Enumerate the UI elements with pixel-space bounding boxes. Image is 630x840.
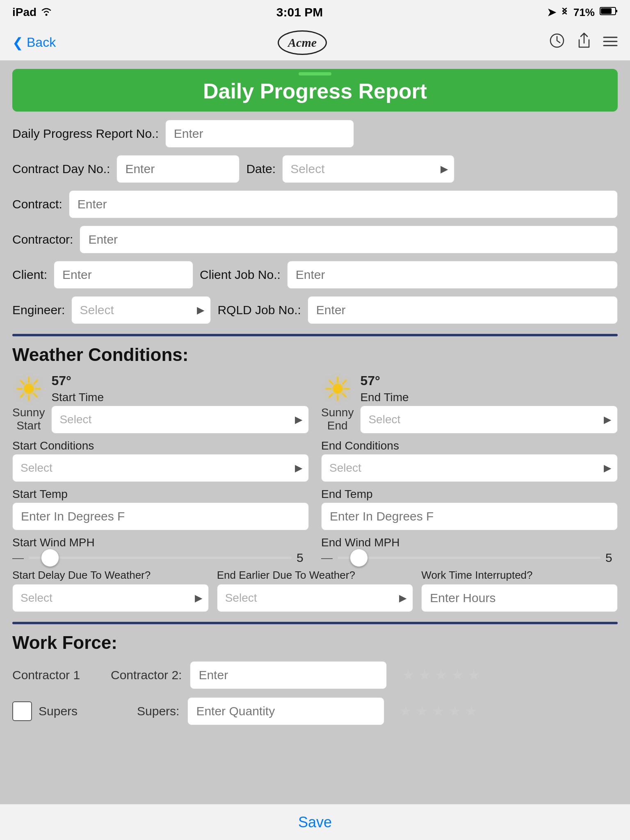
workforce-section: Work Force: Contractor 1 Contractor 2: ★…: [12, 632, 618, 725]
contractor1-label: Contractor 1: [12, 668, 103, 682]
supers-star-1: ★: [399, 703, 412, 720]
supers-input[interactable]: [187, 697, 384, 725]
end-conditions-select[interactable]: [321, 454, 618, 482]
rqld-job-input[interactable]: [308, 296, 618, 324]
form-section: Daily Progress Report No.: Contract Day …: [12, 120, 618, 324]
work-interrupted-label: Work Time Interrupted?: [421, 569, 618, 582]
save-button[interactable]: Save: [298, 814, 332, 831]
supers-checkbox-row: Supers: [12, 701, 129, 721]
report-title: Daily Progress Report: [12, 79, 618, 103]
start-temp-display: 57°: [51, 373, 309, 388]
start-time-group: Start Time ▶ Select: [51, 391, 309, 434]
start-time-field-label: Start Time: [51, 391, 309, 404]
contractor-input[interactable]: [80, 226, 618, 253]
start-time-select[interactable]: [51, 406, 309, 434]
contractor2-label: Contractor 2:: [111, 668, 182, 682]
end-wind-value: 5: [605, 551, 618, 565]
contract-day-date-row: Contract Day No.: Date: ▶ Select: [12, 155, 618, 183]
end-earlier-field: End Earlier Due To Weather? ▶ Select: [217, 569, 413, 612]
start-delay-field: Start Delay Due To Weather? ▶ Select: [12, 569, 209, 612]
weather-end-top: ☀ Sunny End 57° End Time ▶: [321, 373, 618, 434]
start-temp-input[interactable]: [12, 502, 309, 530]
end-temp-input[interactable]: [321, 502, 618, 530]
share-icon[interactable]: [577, 32, 591, 52]
back-label: Back: [27, 35, 56, 50]
menu-icon[interactable]: [603, 34, 618, 51]
wifi-icon: [41, 6, 52, 19]
end-temp-group: End Temp: [321, 488, 618, 530]
start-time-select-wrapper: ▶ Select: [51, 406, 309, 434]
star-1: ★: [402, 667, 415, 684]
contract-label: Contract:: [12, 197, 62, 211]
client-job-input[interactable]: [287, 261, 618, 289]
svg-point-0: [46, 14, 48, 16]
contract-input[interactable]: [69, 190, 618, 218]
weather-section: Weather Conditions: ☀ Sunny Start 57° St…: [12, 345, 618, 612]
workforce-title: Work Force:: [12, 632, 618, 653]
nav-icons: [549, 32, 618, 52]
supers-checkbox[interactable]: [12, 701, 32, 721]
date-label: Date:: [246, 162, 276, 176]
start-wind-group: Start Wind MPH — 5: [12, 536, 309, 565]
start-wind-slider-row: — 5: [12, 551, 309, 565]
star-5: ★: [467, 667, 480, 684]
client-input[interactable]: [54, 261, 193, 289]
status-right: ➤ 71%: [547, 5, 618, 20]
star-2: ★: [418, 667, 431, 684]
start-wind-value: 5: [297, 551, 309, 565]
end-time-select[interactable]: [360, 406, 618, 434]
end-sun-icon: ☀: [323, 373, 352, 406]
acme-logo: Acme: [278, 30, 327, 55]
end-wind-label: End Wind MPH: [321, 536, 618, 549]
start-delay-label: Start Delay Due To Weather?: [12, 569, 209, 582]
engineer-label: Engineer:: [12, 303, 65, 317]
engineer-row: Engineer: ▶ Select RQLD Job No.:: [12, 296, 618, 324]
contractor2-input[interactable]: [190, 661, 387, 689]
weather-divider: [12, 334, 618, 336]
dpr-no-row: Daily Progress Report No.:: [12, 120, 618, 148]
end-condition-label: Sunny: [321, 406, 354, 419]
start-delay-select[interactable]: [12, 584, 209, 612]
svg-rect-2: [616, 10, 617, 12]
start-wind-slider[interactable]: [29, 557, 292, 559]
contract-day-input[interactable]: [116, 155, 240, 183]
delay-row: Start Delay Due To Weather? ▶ Select End…: [12, 569, 618, 612]
nav-bar: ❮ Back Acme: [0, 25, 630, 61]
end-time-select-wrapper: ▶ Select: [360, 406, 618, 434]
end-time-label: End: [327, 419, 348, 432]
date-select[interactable]: [282, 155, 454, 183]
start-temp-label: Start Temp: [12, 488, 309, 501]
client-label: Client:: [12, 268, 47, 282]
history-icon[interactable]: [549, 32, 565, 52]
main-content: Daily Progress Report Daily Progress Rep…: [0, 61, 630, 804]
supers-star-4: ★: [448, 703, 461, 720]
star-3: ★: [434, 667, 447, 684]
dpr-no-label: Daily Progress Report No.:: [12, 127, 159, 141]
start-wind-label: Start Wind MPH: [12, 536, 309, 549]
dpr-no-input[interactable]: [165, 120, 354, 148]
supers-stars: ★ ★ ★ ★ ★: [399, 703, 478, 720]
weather-grid: ☀ Sunny Start 57° Start Time ▶: [12, 373, 618, 565]
engineer-select[interactable]: [71, 296, 211, 324]
work-interrupted-input[interactable]: [421, 584, 618, 612]
end-wind-slider[interactable]: [338, 557, 600, 559]
end-wind-minus: —: [321, 551, 333, 564]
end-earlier-select-wrapper: ▶ Select: [217, 584, 413, 612]
start-conditions-select[interactable]: [12, 454, 309, 482]
end-earlier-select[interactable]: [217, 584, 413, 612]
chevron-left-icon: ❮: [12, 35, 23, 50]
start-delay-select-wrapper: ▶ Select: [12, 584, 209, 612]
start-conditions-select-wrapper: ▶ Select: [12, 454, 309, 482]
status-left: iPad: [12, 6, 52, 19]
contract-row: Contract:: [12, 190, 618, 218]
svg-rect-3: [601, 8, 612, 14]
work-interrupted-field: Work Time Interrupted?: [421, 569, 618, 612]
end-earlier-label: End Earlier Due To Weather?: [217, 569, 413, 582]
contractor1-row: Contractor 1 Contractor 2: ★ ★ ★ ★ ★: [12, 661, 618, 689]
contract-day-label: Contract Day No.:: [12, 162, 110, 176]
back-button[interactable]: ❮ Back: [12, 35, 56, 50]
end-wind-group: End Wind MPH — 5: [321, 536, 618, 565]
weather-end-side: ☀ Sunny End 57° End Time ▶: [321, 373, 618, 565]
end-temp-label: End Temp: [321, 488, 618, 501]
client-row: Client: Client Job No.:: [12, 261, 618, 289]
